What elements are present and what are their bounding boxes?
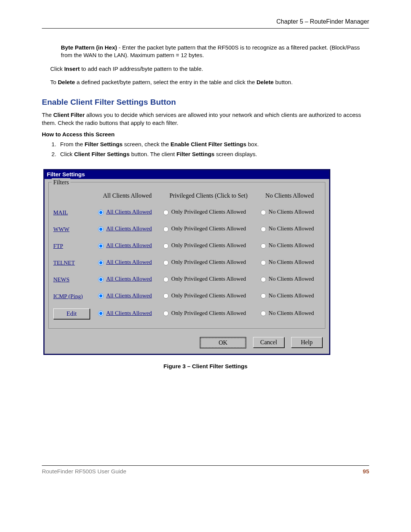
howto-steps: From the Filter Settings screen, check t… [42, 141, 369, 158]
all-clients-radio[interactable]: All Clients Allowed [96, 225, 152, 232]
edit-button[interactable]: Edit [53, 308, 90, 319]
service-label: FTP [53, 243, 63, 249]
service-label: ICMP (Ping) [53, 293, 83, 299]
no-clients-radio[interactable]: No Clients Allowed [259, 292, 314, 299]
no-clients-radio[interactable]: No Clients Allowed [259, 258, 314, 266]
byte-pattern-paragraph: Byte Pattern (in Hex) - Enter the packet… [61, 44, 369, 59]
edit-none-radio[interactable]: No Clients Allowed [259, 309, 314, 317]
col-privileged: Privileged Clients (Click to Set) [160, 189, 257, 204]
service-row: TELNETAll Clients AllowedOnly Privileged… [52, 254, 322, 271]
all-clients-radio[interactable]: All Clients Allowed [96, 275, 152, 283]
page-number: 95 [363, 468, 369, 474]
all-clients-radio[interactable]: All Clients Allowed [96, 292, 152, 299]
header-row: All Clients Allowed Privileged Clients (… [52, 189, 322, 204]
all-clients-radio[interactable]: All Clients Allowed [96, 241, 152, 249]
section-heading: Enable Client Filter Settings Button [42, 97, 369, 107]
no-clients-radio[interactable]: No Clients Allowed [259, 275, 314, 283]
delete-paragraph: To Delete a defined packet/byte pattern,… [50, 78, 369, 86]
privileged-radio[interactable]: Only Privileged Clients Allowed [161, 241, 246, 249]
figure-caption: Figure 3 – Client Filter Settings [42, 363, 369, 370]
cancel-button[interactable]: Cancel [253, 337, 284, 348]
service-row: MAILAll Clients AllowedOnly Privileged C… [52, 204, 322, 221]
all-clients-radio[interactable]: All Clients Allowed [96, 208, 152, 216]
edit-row: Edit All Clients Allowed Only Privileged… [52, 305, 322, 323]
col-all-clients: All Clients Allowed [95, 189, 160, 204]
no-clients-radio[interactable]: No Clients Allowed [259, 208, 314, 216]
service-row: ICMP (Ping)All Clients AllowedOnly Privi… [52, 288, 322, 305]
service-row: FTPAll Clients AllowedOnly Privileged Cl… [52, 238, 322, 254]
filter-settings-dialog: Filter Settings Filters All Clients Allo… [43, 169, 330, 355]
service-row: NEWSAll Clients AllowedOnly Privileged C… [52, 271, 322, 288]
client-filter-paragraph: The Client Filter allows you to decide w… [42, 111, 369, 127]
privileged-radio[interactable]: Only Privileged Clients Allowed [161, 258, 246, 266]
privileged-radio[interactable]: Only Privileged Clients Allowed [161, 275, 246, 283]
no-clients-radio[interactable]: No Clients Allowed [259, 225, 314, 232]
chapter-header: Chapter 5 – RouteFinder Manager [42, 18, 369, 29]
edit-priv-radio[interactable]: Only Privileged Clients Allowed [161, 309, 246, 317]
filters-table: All Clients Allowed Privileged Clients (… [52, 189, 322, 323]
privileged-radio[interactable]: Only Privileged Clients Allowed [161, 225, 246, 232]
page-footer: RouteFinder RF500S User Guide 95 [42, 465, 369, 474]
service-label: WWW [53, 226, 69, 232]
service-row: WWWAll Clients AllowedOnly Privileged Cl… [52, 221, 322, 238]
howto-heading: How to Access this Screen [42, 131, 369, 138]
help-button[interactable]: Help [291, 337, 322, 348]
edit-all-radio[interactable]: All Clients Allowed [96, 309, 152, 317]
ok-button[interactable]: OK [200, 337, 246, 348]
privileged-radio[interactable]: Only Privileged Clients Allowed [161, 208, 246, 216]
no-clients-radio[interactable]: No Clients Allowed [259, 241, 314, 249]
groupbox-legend: Filters [52, 178, 70, 187]
insert-paragraph: Click Insert to add each IP address/byte… [50, 65, 369, 73]
col-no-clients: No Clients Allowed [257, 189, 322, 204]
dialog-titlebar: Filter Settings [45, 170, 329, 179]
all-clients-radio[interactable]: All Clients Allowed [96, 258, 152, 266]
service-label: MAIL [53, 209, 68, 216]
service-label: TELNET [53, 260, 75, 266]
byte-pattern-label: Byte Pattern (in Hex) [61, 44, 117, 51]
privileged-radio[interactable]: Only Privileged Clients Allowed [161, 292, 246, 299]
footer-title: RouteFinder RF500S User Guide [42, 468, 126, 474]
step-1: From the Filter Settings screen, check t… [58, 141, 369, 148]
step-2: Click Client Filter Settings button. The… [58, 150, 369, 158]
service-label: NEWS [53, 276, 70, 283]
filters-groupbox: Filters All Clients Allowed Privileged C… [48, 182, 325, 329]
